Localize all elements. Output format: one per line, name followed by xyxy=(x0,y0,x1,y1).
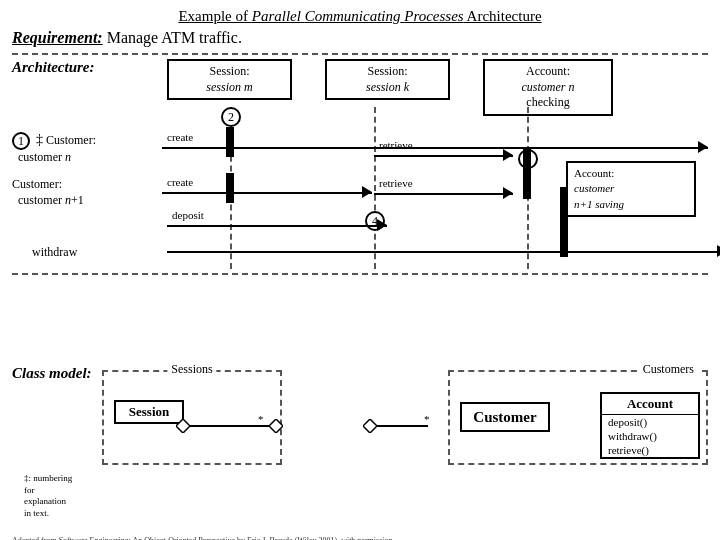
account-side-box: Account: customer n+1 saving xyxy=(566,161,696,217)
session-class-title: Session xyxy=(116,402,182,422)
footnote-text1: numbering xyxy=(33,473,72,483)
account-n-box: Account: customer n checking xyxy=(483,59,613,116)
deposit-label: deposit xyxy=(172,209,204,221)
customers-label: Customers xyxy=(639,362,698,377)
account-n-line3: checking xyxy=(491,95,605,111)
connector-3 xyxy=(523,149,531,199)
actor-1-label: 1 ‡ Customer: customer n xyxy=(12,131,162,166)
footnote-text4: in text. xyxy=(24,508,49,518)
class-model-label: Class model: xyxy=(12,365,102,382)
arrow-right-1 xyxy=(698,141,708,153)
diamond-1 xyxy=(176,419,190,437)
title-italic1: Parallel xyxy=(252,8,301,24)
create-label-1: create xyxy=(167,131,193,143)
account-method-1: deposit() xyxy=(602,415,698,429)
connector-4 xyxy=(560,187,568,257)
customers-box: Customers Customer Account deposit() wit… xyxy=(448,370,708,465)
footnote-bottom: Adapted from Software Engineering: An Ob… xyxy=(12,536,708,540)
session-k-line2: session k xyxy=(333,80,442,96)
class-diagram: Sessions Session Customers Customer Ac xyxy=(102,365,708,483)
session-to-customer-line xyxy=(182,425,274,427)
top-divider xyxy=(12,53,708,55)
diamond-3 xyxy=(363,419,377,437)
customer-class-box: Customer xyxy=(460,402,550,432)
session-m-line1: Session: xyxy=(175,64,284,80)
account-n-line1: Account: xyxy=(491,64,605,80)
lane-line-1: create xyxy=(162,147,708,149)
retrieve-line-1: retrieve xyxy=(374,155,513,157)
account-side-line3: n+1 saving xyxy=(574,197,688,212)
withdraw-line xyxy=(167,251,720,253)
actor-2-label: Customer: customer n+1 xyxy=(12,177,162,208)
arrow-right-retrieve-1 xyxy=(503,149,513,161)
account-side-line1: Account: xyxy=(574,166,688,181)
circle-2: 2 xyxy=(221,107,241,127)
withdraw-label: withdraw xyxy=(32,245,77,260)
requirement: Requirement: Manage ATM traffic. xyxy=(12,29,708,47)
multiplicity-2: * xyxy=(424,413,430,425)
account-class-title: Account xyxy=(602,394,698,414)
customer-to-account-line xyxy=(368,425,428,427)
title-italic2: Communicating xyxy=(305,8,401,24)
main-container: Example of Parallel Communicating Proces… xyxy=(0,0,720,540)
footnote-text3: explanation xyxy=(24,496,66,506)
connector-1 xyxy=(226,127,234,157)
architecture-label: Architecture: xyxy=(12,59,95,76)
deposit-line: deposit xyxy=(167,225,387,227)
account-method-3: retrieve() xyxy=(602,443,698,457)
lane-line-2: create xyxy=(162,192,372,194)
create-label-2: create xyxy=(167,176,193,188)
svg-marker-2 xyxy=(363,419,377,433)
arrow-right-retrieve-2 xyxy=(503,187,513,199)
multiplicity-1: * xyxy=(258,413,264,425)
class-section: Class model: Sessions Session Customers xyxy=(0,365,720,520)
session-class-box: Session xyxy=(114,400,184,424)
connector-2 xyxy=(226,173,234,203)
retrieve-line-2: retrieve xyxy=(374,193,513,195)
page-title: Example of Parallel Communicating Proces… xyxy=(12,8,708,25)
actor-1-cross: ‡ xyxy=(36,132,43,147)
retrieve-label-1: retrieve xyxy=(379,139,413,151)
account-n-line2: customer n xyxy=(491,80,605,96)
svg-marker-0 xyxy=(176,419,190,433)
sessions-label: Sessions xyxy=(167,362,216,377)
session-m-line2: session m xyxy=(175,80,284,96)
session-k-line1: Session: xyxy=(333,64,442,80)
footnote-left: ‡: numbering for explanation in text. xyxy=(24,473,720,520)
diamond-2 xyxy=(269,419,283,437)
retrieve-label-2: retrieve xyxy=(379,177,413,189)
bottom-divider xyxy=(12,273,708,275)
footnote-symbol: ‡: xyxy=(24,473,31,483)
arrow-right-deposit xyxy=(377,219,387,231)
svg-marker-1 xyxy=(269,419,283,433)
architecture-section: Architecture: Session: session m Session… xyxy=(12,59,708,269)
customer-class-title: Customer xyxy=(467,407,542,428)
account-side-line2: customer xyxy=(574,181,688,196)
title-italic3: Processes xyxy=(404,8,463,24)
account-method-2: withdraw() xyxy=(602,429,698,443)
account-class-box: Account deposit() withdraw() retrieve() xyxy=(600,392,700,459)
arrow-right-2 xyxy=(362,186,372,198)
session-m-box: Session: session m xyxy=(167,59,292,100)
actor-1-badge: 1 xyxy=(12,132,30,150)
requirement-text: Manage ATM traffic. xyxy=(103,29,242,46)
requirement-label: Requirement: xyxy=(12,29,103,46)
sessions-box: Sessions Session xyxy=(102,370,282,465)
footnote-text2: for xyxy=(24,485,35,495)
session-k-box: Session: session k xyxy=(325,59,450,100)
title-prefix: Example of xyxy=(178,8,251,24)
